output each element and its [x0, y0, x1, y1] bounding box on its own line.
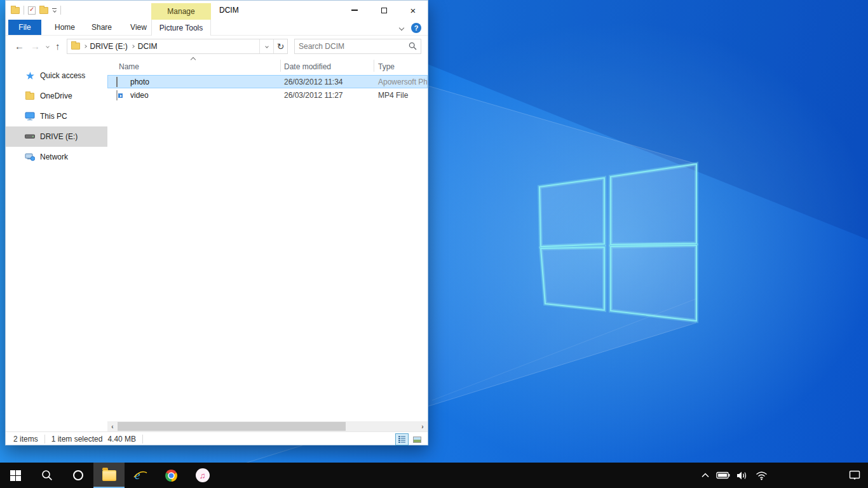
itunes-icon: ♫: [196, 468, 210, 482]
tab-share[interactable]: Share: [83, 20, 120, 35]
status-bar: 2 items 1 item selected 4.40 MB: [6, 431, 428, 446]
network-icon: [25, 152, 35, 162]
sidebar-item-label: Quick access: [40, 71, 85, 80]
minimize-button[interactable]: [340, 1, 369, 20]
ribbon-contextual-group-manage[interactable]: Manage: [151, 3, 211, 20]
chrome-button[interactable]: [156, 463, 187, 488]
volume-icon[interactable]: [736, 471, 749, 480]
collapse-ribbon-chevron-icon[interactable]: [399, 25, 404, 30]
system-tray: [701, 463, 868, 488]
tab-file[interactable]: File: [8, 20, 41, 35]
selection-count: 1 item selected: [51, 435, 103, 444]
search-icon: [409, 42, 417, 50]
new-folder-icon[interactable]: [39, 7, 48, 14]
file-date-modified: 26/03/2012 11:34: [284, 78, 343, 86]
wifi-icon[interactable]: [756, 471, 768, 480]
internet-explorer-button[interactable]: e: [125, 463, 156, 488]
sidebar-item-label: OneDrive: [40, 92, 72, 100]
internet-explorer-icon: e: [133, 468, 148, 483]
tab-home[interactable]: Home: [46, 20, 83, 35]
onedrive-folder-icon: [25, 91, 35, 101]
file-list-area: Name Date modified Type photo 26/03/2012…: [107, 57, 428, 431]
back-button[interactable]: ←: [15, 41, 24, 51]
sidebar-item-label: Network: [40, 152, 68, 161]
drive-icon: [25, 132, 35, 142]
cortana-icon: [72, 470, 84, 481]
scroll-right-arrow[interactable]: ›: [417, 421, 428, 431]
file-explorer-window: Manage DCIM × File Home Share View Pictu…: [5, 0, 428, 445]
customize-quick-access-dropdown[interactable]: [52, 8, 57, 12]
file-explorer-button[interactable]: [93, 463, 125, 488]
recent-locations-chevron-icon[interactable]: [46, 44, 50, 48]
quick-access-toolbar: [11, 1, 61, 20]
file-row-video[interactable]: video 26/03/2012 11:27 MP4 File: [107, 88, 428, 102]
sidebar-item-this-pc[interactable]: This PC: [6, 106, 107, 126]
maximize-button[interactable]: [369, 1, 398, 20]
column-headers: Name Date modified Type: [107, 57, 428, 75]
tab-picture-tools[interactable]: Picture Tools: [151, 20, 211, 36]
file-rows: photo 26/03/2012 11:34 Apowersoft Pho vi…: [107, 75, 428, 421]
chrome-icon: [165, 469, 178, 482]
column-header-name[interactable]: Name: [119, 62, 139, 71]
sidebar-item-quick-access[interactable]: Quick access: [6, 65, 107, 86]
titlebar[interactable]: Manage DCIM ×: [6, 1, 428, 20]
chevron-down-icon: [265, 44, 269, 48]
action-center-icon[interactable]: [849, 470, 860, 480]
details-view-button[interactable]: [395, 433, 409, 445]
breadcrumb-folder[interactable]: DCIM: [138, 42, 158, 51]
scroll-left-arrow[interactable]: ‹: [107, 421, 118, 431]
search-box[interactable]: [294, 39, 421, 54]
cortana-button[interactable]: [62, 463, 93, 488]
close-button[interactable]: ×: [398, 1, 428, 20]
this-pc-monitor-icon: [25, 111, 35, 121]
scrollbar-thumb[interactable]: [118, 422, 346, 431]
file-row-photo[interactable]: photo 26/03/2012 11:34 Apowersoft Pho: [107, 75, 428, 88]
breadcrumb-drive[interactable]: DRIVE (E:): [90, 42, 128, 51]
address-bar[interactable]: DRIVE (E:) DCIM ↻: [67, 39, 288, 54]
window-title: DCIM: [219, 1, 239, 20]
battery-icon[interactable]: [716, 471, 730, 480]
column-header-date-modified[interactable]: Date modified: [284, 62, 331, 71]
windows-start-icon: [10, 470, 21, 481]
items-count: 2 items: [13, 435, 38, 444]
properties-icon[interactable]: [28, 6, 36, 15]
up-button[interactable]: ↑: [55, 41, 60, 51]
file-type: MP4 File: [378, 91, 408, 100]
refresh-button[interactable]: ↻: [273, 39, 287, 53]
maximize-icon: [381, 8, 387, 13]
folder-icon[interactable]: [11, 7, 20, 14]
column-separator[interactable]: [280, 60, 281, 72]
sidebar-item-label: This PC: [40, 112, 67, 121]
details-view-icon: [398, 436, 405, 443]
column-separator[interactable]: [374, 60, 374, 72]
window-controls: ×: [340, 1, 428, 20]
file-name: photo: [130, 78, 149, 86]
explorer-main: Quick access OneDrive This PC DRIVE (E:): [6, 57, 428, 431]
navigation-bar: ← → ↑ DRIVE (E:) DCIM ↻: [6, 36, 428, 57]
separator: [142, 435, 143, 444]
help-icon[interactable]: ?: [411, 23, 421, 33]
start-button[interactable]: [0, 463, 31, 488]
separator: [24, 6, 24, 15]
itunes-button[interactable]: ♫: [187, 463, 218, 488]
address-dropdown-button[interactable]: [259, 39, 273, 53]
sidebar-item-network[interactable]: Network: [6, 147, 107, 167]
file-type: Apowersoft Pho: [378, 78, 428, 86]
taskbar: e ♫: [0, 463, 868, 488]
chevron-right-icon: [131, 44, 135, 48]
forward-button[interactable]: →: [31, 41, 40, 51]
breadcrumb[interactable]: DRIVE (E:) DCIM: [67, 39, 260, 53]
hidden-icons-chevron-icon[interactable]: [701, 472, 710, 478]
scrollbar-track[interactable]: [118, 421, 417, 431]
sidebar-item-onedrive[interactable]: OneDrive: [6, 86, 107, 106]
horizontal-scrollbar[interactable]: ‹ ›: [107, 421, 428, 431]
search-button[interactable]: [31, 463, 62, 488]
large-thumbnails-view-button[interactable]: [410, 433, 424, 445]
search-input[interactable]: [299, 42, 405, 51]
column-header-type[interactable]: Type: [378, 62, 395, 71]
ribbon-tab-row: File Home Share View Picture Tools ?: [6, 20, 428, 36]
file-date-modified: 26/03/2012 11:27: [284, 91, 343, 100]
folder-icon: [71, 43, 80, 50]
sidebar-item-label: DRIVE (E:): [40, 132, 78, 141]
sidebar-item-drive-e[interactable]: DRIVE (E:): [6, 126, 107, 147]
